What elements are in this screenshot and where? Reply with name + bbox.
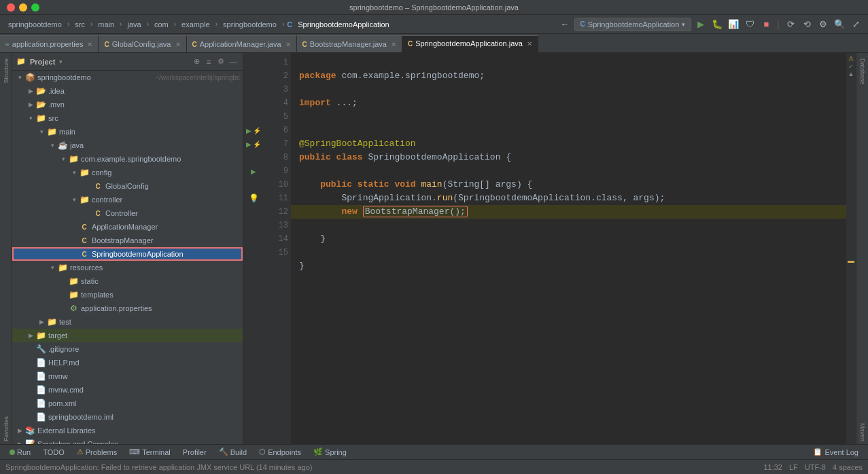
tree-node-springbootdemo[interactable]: ▾ 📦 springbootdemo ~/workspace/intellij/… — [12, 71, 243, 84]
settings-icon[interactable]: ⚙ — [816, 18, 830, 31]
tree-node-label: BootstrapManager — [92, 236, 240, 244]
stop-button[interactable]: ■ — [759, 18, 773, 31]
tree-node-springbootdemoapplication[interactable]: C SpringbootdemoApplication — [12, 247, 243, 261]
tree-node-helpmd[interactable]: 📄 HELP.md — [12, 356, 243, 369]
tree-node-mvn[interactable]: ▶ 📂 .mvn — [12, 98, 243, 111]
tree-node-static[interactable]: 📁 static — [12, 274, 243, 288]
tree-node-target[interactable]: ▶ 📁 target — [12, 329, 243, 342]
nav-springbootdemo[interactable]: springbootdemo — [5, 19, 65, 30]
close-button[interactable] — [7, 3, 15, 12]
code-area[interactable]: package com.example.springbootdemo; impo… — [291, 53, 846, 444]
debug-button[interactable]: 🐛 — [710, 18, 724, 31]
tree-node-main[interactable]: ▾ 📁 main — [12, 125, 243, 139]
run-gutter-icon[interactable]: ▶ — [251, 168, 256, 175]
favorites-panel-tab[interactable]: Favorites — [3, 416, 10, 441]
tree-node-label: test — [59, 318, 240, 326]
tree-node-controller-folder[interactable]: ▾ 📁 controller — [12, 193, 243, 206]
expand-stripe[interactable]: ▲ — [848, 71, 854, 77]
update-button[interactable]: ⟳ — [784, 18, 797, 31]
indent-indicator[interactable]: 4 spaces — [833, 463, 863, 471]
tree-node-src[interactable]: ▾ 📁 src — [12, 111, 243, 125]
nav-classname[interactable]: SpringbootdemoApplication — [295, 19, 392, 30]
search-everywhere-button[interactable]: 🔍 — [833, 18, 846, 31]
encoding-indicator[interactable]: UTF-8 — [805, 463, 826, 471]
sidebar-hide-btn[interactable]: — — [228, 56, 239, 67]
tab-close-icon[interactable]: ✕ — [175, 41, 181, 48]
tree-node-ext-libraries[interactable]: ▶ 📚 External Libraries — [12, 424, 243, 437]
line-sep-indicator[interactable]: LF — [789, 463, 798, 471]
expand-button[interactable]: ⤢ — [849, 18, 863, 31]
tree-node-package[interactable]: ▾ 📁 com.example.springbootdemo — [12, 152, 243, 166]
run-gutter-icon[interactable]: ▶ — [246, 127, 251, 134]
tree-node-pomxml[interactable]: 📄 pom.xml — [12, 397, 243, 410]
tree-node-test[interactable]: ▶ 📁 test — [12, 315, 243, 329]
tree-node-label: SpringbootdemoApplication — [92, 250, 240, 258]
nav-main[interactable]: main — [95, 19, 117, 30]
tree-node-scratches[interactable]: ▶ 📝 Scratches and Consoles — [12, 437, 243, 444]
endpoints-tab[interactable]: ⬡ Endpoints — [255, 446, 305, 458]
run-config-dropdown[interactable]: C SpringbootdemoApplication ▾ — [574, 18, 692, 31]
tree-node-templates[interactable]: 📁 templates — [12, 288, 243, 302]
sync-button[interactable]: ⟲ — [800, 18, 814, 31]
tab-close-icon[interactable]: ✕ — [391, 41, 396, 48]
spring-tab-label: Spring — [325, 448, 347, 456]
sidebar-settings-btn[interactable]: ⚙ — [215, 56, 226, 67]
sidebar-collapse-btn[interactable]: ≡ — [203, 56, 214, 67]
tree-node-applicationmanager[interactable]: C ApplicationManager — [12, 220, 243, 234]
sidebar-title-dropdown[interactable]: ▾ — [59, 58, 63, 65]
tab-application-properties[interactable]: ≡ application.properties ✕ — [0, 35, 99, 52]
debug-gutter-icon[interactable]: ⚡ — [253, 127, 261, 134]
run-tab[interactable]: Run — [5, 447, 35, 458]
profile-button[interactable]: 📊 — [727, 18, 740, 31]
tree-node-mvnwcmd[interactable]: 📄 mvnw.cmd — [12, 383, 243, 397]
maximize-button[interactable] — [31, 3, 39, 12]
tree-node-mvnw[interactable]: 📄 mvnw — [12, 369, 243, 383]
tree-node-idea[interactable]: ▶ 📂 .idea — [12, 84, 243, 98]
tab-bootstrapmanager[interactable]: C BootstrapManager.java ✕ — [297, 35, 402, 52]
tree-node-java[interactable]: ▾ ☕ java — [12, 139, 243, 152]
tree-node-app-properties[interactable]: ⚙ application.properties — [12, 302, 243, 315]
nav-src[interactable]: src — [72, 19, 88, 30]
tab-close-icon[interactable]: ✕ — [527, 40, 532, 48]
editor-content[interactable]: ▶ ⚡ ▶ ⚡ ▶ — [243, 53, 856, 444]
window-controls[interactable] — [7, 3, 39, 12]
tree-node-globalconfig[interactable]: C GlobalConfig — [12, 179, 243, 193]
debug-gutter-icon[interactable]: ⚡ — [253, 141, 261, 148]
problems-tab[interactable]: ⚠ Problems — [73, 446, 121, 458]
run-button[interactable]: ▶ — [694, 18, 708, 31]
structure-panel-tab[interactable]: Structure — [3, 58, 10, 84]
nav-springbootdemo2[interactable]: springbootdemo — [220, 19, 279, 30]
run-gutter-icon[interactable]: ▶ — [246, 141, 251, 148]
tab-close-icon[interactable]: ✕ — [285, 41, 291, 48]
coverage-button[interactable]: 🛡 — [743, 18, 757, 31]
maven-panel-tab[interactable]: Maven — [859, 423, 866, 441]
tab-close-icon[interactable]: ✕ — [87, 41, 92, 48]
editor: ▶ ⚡ ▶ ⚡ ▶ — [243, 53, 856, 444]
tree-node-label: static — [81, 277, 240, 285]
tab-applicationmanager[interactable]: C ApplicationManager.java ✕ — [187, 35, 297, 52]
terminal-tab[interactable]: ⌨ Terminal — [125, 446, 175, 458]
back-button[interactable]: ← — [558, 18, 572, 31]
nav-com[interactable]: com — [152, 19, 171, 30]
nav-example[interactable]: example — [179, 19, 213, 30]
line-col-indicator[interactable]: 11:32 — [763, 463, 782, 471]
minimize-button[interactable] — [19, 3, 27, 12]
tree-node-label: src — [48, 114, 240, 122]
spring-tab[interactable]: 🌿 Spring — [309, 446, 351, 458]
database-panel-tab[interactable]: Database — [859, 58, 866, 85]
tree-node-resources[interactable]: ▾ 📁 resources — [12, 261, 243, 274]
sidebar-locate-btn[interactable]: ⊕ — [191, 56, 202, 67]
tree-node-controller-class[interactable]: C Controller — [12, 206, 243, 220]
sidebar-tree[interactable]: ▾ 📦 springbootdemo ~/workspace/intellij/… — [12, 71, 243, 444]
tree-node-gitignore[interactable]: 🔧 .gitignore — [12, 342, 243, 356]
nav-java[interactable]: java — [124, 19, 143, 30]
build-tab[interactable]: 🔨 Build — [215, 446, 251, 458]
tab-globalconfig[interactable]: C GlobalConfig.java ✕ — [99, 35, 186, 52]
tree-node-config[interactable]: ▾ 📁 config — [12, 166, 243, 179]
profiler-tab[interactable]: Profiler — [179, 447, 211, 458]
todo-tab[interactable]: TODO — [39, 447, 69, 458]
event-log-tab[interactable]: 📋 Event Log — [809, 446, 863, 458]
tree-node-iml[interactable]: 📄 springbootdemo.iml — [12, 410, 243, 424]
tab-springbootdemoapplication[interactable]: C SpringbootdemoApplication.java ✕ — [402, 35, 538, 52]
tree-node-bootstrapmanager[interactable]: C BootstrapManager — [12, 234, 243, 247]
